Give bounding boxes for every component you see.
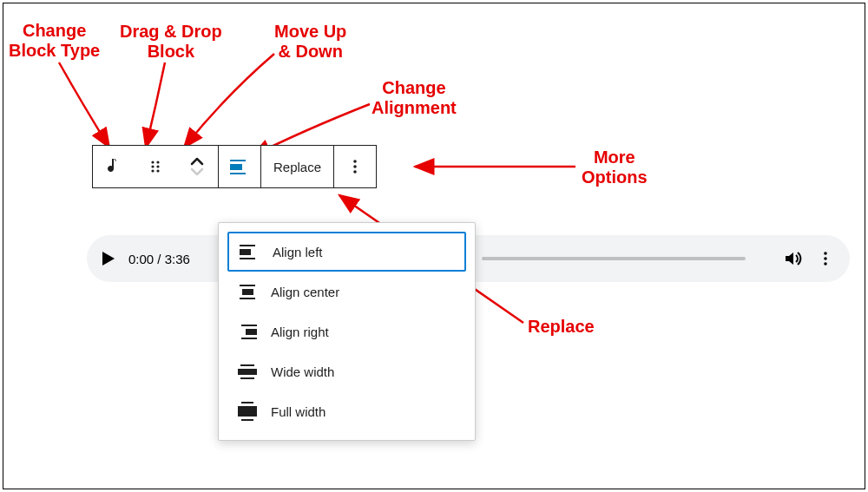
svg-point-12 <box>824 252 827 255</box>
move-updown-button[interactable] <box>176 146 218 187</box>
kebab-icon <box>346 158 364 175</box>
svg-point-8 <box>156 169 159 172</box>
volume-button[interactable] <box>780 246 805 271</box>
svg-point-7 <box>151 169 154 172</box>
svg-point-14 <box>824 262 827 266</box>
svg-point-13 <box>824 257 827 260</box>
audio-time: 0:00 / 3:36 <box>128 252 190 266</box>
svg-point-6 <box>156 165 159 167</box>
alignment-dropdown: Align left Align center Align right Wide… <box>218 222 476 441</box>
svg-point-3 <box>151 161 154 163</box>
annot-change-block-type: ChangeBlock Type <box>9 21 100 61</box>
drag-handle-icon <box>147 158 164 175</box>
full-width-icon <box>238 402 257 421</box>
kebab-icon <box>817 250 834 267</box>
replace-label: Replace <box>273 160 321 174</box>
dropdown-item-label: Full width <box>271 404 326 419</box>
svg-point-9 <box>353 160 357 163</box>
replace-button[interactable]: Replace <box>261 146 333 187</box>
align-left-icon <box>230 160 249 174</box>
dropdown-item-label: Wide width <box>271 364 334 379</box>
dropdown-item-label: Align left <box>273 245 323 259</box>
audio-more-button[interactable] <box>813 246 838 271</box>
align-left-option[interactable]: Align left <box>227 232 466 272</box>
annot-replace: Replace <box>528 317 595 337</box>
dropdown-item-label: Align center <box>271 285 339 299</box>
annot-drag-drop: Drag & DropBlock <box>120 22 222 62</box>
wide-width-icon <box>238 362 257 381</box>
align-right-option[interactable]: Align right <box>227 312 466 351</box>
svg-point-11 <box>353 170 357 174</box>
more-options-button[interactable] <box>334 146 376 187</box>
change-block-type-button[interactable] <box>93 146 135 187</box>
svg-point-5 <box>151 165 154 167</box>
chevron-up-icon <box>190 157 204 166</box>
block-toolbar: Replace <box>92 145 377 188</box>
wide-width-option[interactable]: Wide width <box>227 351 466 391</box>
chevron-down-icon <box>190 167 204 176</box>
align-center-icon <box>238 282 257 301</box>
play-button[interactable] <box>102 252 115 266</box>
volume-icon <box>782 248 803 269</box>
toolbar-group-replace: Replace <box>260 145 334 188</box>
dropdown-item-label: Align right <box>271 325 329 339</box>
align-left-icon <box>240 242 259 261</box>
toolbar-group-more <box>333 145 377 188</box>
svg-point-10 <box>353 165 357 168</box>
align-right-icon <box>238 322 257 341</box>
alignment-button[interactable] <box>219 146 260 187</box>
svg-point-4 <box>156 161 159 163</box>
annot-more-options: MoreOptions <box>582 148 648 187</box>
toolbar-group-align <box>218 145 261 188</box>
drag-handle-button[interactable] <box>135 146 176 187</box>
annot-move-updown: Move Up& Down <box>274 22 346 62</box>
full-width-option[interactable]: Full width <box>227 391 466 431</box>
music-note-icon <box>103 156 124 177</box>
toolbar-group-left <box>92 145 219 188</box>
annot-change-alignment: ChangeAlignment <box>372 78 457 118</box>
audio-track[interactable] <box>482 257 746 260</box>
align-center-option[interactable]: Align center <box>227 272 466 312</box>
